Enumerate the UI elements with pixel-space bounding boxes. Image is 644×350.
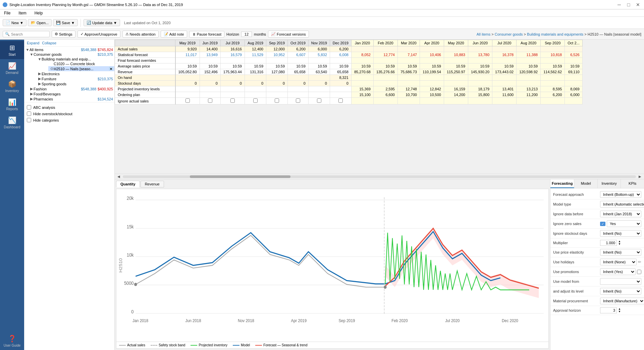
checkbox-ia-nov2019[interactable] (317, 98, 321, 103)
update-button[interactable]: 🔄 Update data ▼ (84, 19, 120, 26)
cell-ia-jun2019[interactable] (200, 98, 220, 104)
breadcrumb-all-items[interactable]: All items (477, 32, 491, 36)
checkbox-ia-may2019[interactable] (185, 98, 190, 103)
checkbox-ia-aug2019[interactable] (253, 98, 258, 103)
breadcrumb-consumer-goods[interactable]: Consumer goods (495, 32, 523, 36)
select-ignore-stockout[interactable]: Inherit (No) (600, 230, 641, 237)
edit-holidays-icon[interactable]: ✏ (638, 260, 641, 264)
tree-row-all-items[interactable]: ▼ All items $548,388 $745,824 (24, 47, 114, 52)
select-use-promotions[interactable]: Inherit (Yes) (600, 268, 636, 275)
tree-toggle-pharmacies[interactable]: ▶ (30, 97, 34, 101)
sidebar-item-reports[interactable]: 📊 Reports (0, 95, 24, 114)
abc-analysis-checkbox[interactable] (27, 105, 31, 110)
horizon-input[interactable] (241, 32, 252, 37)
hide-overstock-checkbox[interactable] (27, 112, 31, 116)
menu-item[interactable]: Item (17, 10, 28, 16)
cell-ia-oct2019[interactable] (288, 98, 309, 104)
tree-toggle-sporting[interactable]: ▶ (38, 82, 42, 86)
checkbox-ia-jun2019[interactable] (208, 98, 212, 103)
cell-ia-jul2019[interactable] (220, 98, 245, 104)
sidebar-item-demand[interactable]: 📈 Demand (0, 59, 24, 77)
select-forecast-approach[interactable]: Inherit (Bottom-up) (600, 191, 641, 198)
chart-tab-quantity[interactable]: Quantity (116, 181, 140, 187)
collapse-link[interactable]: Collapse (42, 41, 56, 45)
checkbox-ia-dec2019[interactable] (338, 98, 343, 103)
settings-button[interactable]: ⚙ Settings (52, 31, 75, 38)
approval-horizon-spinner[interactable]: ▲▼ (618, 308, 621, 313)
select-model-type[interactable]: Inherit (Automatic selection) (600, 201, 644, 208)
forecast-versions-button[interactable]: 📈 Forecast versions (268, 31, 309, 38)
select-ignore-data-before[interactable]: Inherit (Jan 2018) (600, 211, 641, 217)
cell-ia-sep2019[interactable] (266, 98, 288, 104)
breadcrumb-building-materials[interactable]: Building materials and equipments (527, 32, 583, 36)
tree-row-electronics[interactable]: ▶ Electronics (36, 71, 114, 76)
hide-overstock-checkbox-row[interactable]: Hide overstock/stockout (27, 112, 112, 116)
input-multiplier[interactable] (600, 240, 617, 246)
scroll-track[interactable] (123, 175, 636, 178)
select-use-model-from[interactable] (600, 278, 641, 285)
tree-toggle-furniture[interactable]: ▶ (38, 77, 42, 81)
tree-row-sporting[interactable]: ▶ Sporting goods (36, 81, 114, 86)
open-button[interactable]: 📂 Open... (28, 19, 52, 26)
table-area[interactable]: May 2019 Jun 2019 Jul 2019 Aug 2019 Sep … (115, 40, 644, 174)
tree-row-food[interactable]: ▶ Food/Beverages (28, 91, 114, 96)
tree-toggle-all-items[interactable]: ▼ (25, 48, 30, 52)
select-ignore-zero[interactable]: Yes (607, 220, 641, 227)
expand-link[interactable]: Expand (27, 41, 39, 45)
cell-ia-may2019[interactable] (175, 98, 200, 104)
tree-toggle-consumer[interactable]: ▼ (30, 52, 34, 56)
hide-categories-checkbox[interactable] (27, 118, 31, 122)
abc-analysis-checkbox-row[interactable]: ABC analysis (27, 105, 112, 110)
save-button[interactable]: 💾 Save ▼ (53, 19, 78, 26)
tree-row-h2510[interactable]: ⊙ H2510 — Nails [seaso... ● (48, 66, 114, 71)
chart-tab-revenue[interactable]: Revenue (141, 181, 164, 187)
select-material-procurement[interactable]: Inherit (Manufacture) (600, 298, 644, 304)
search-input[interactable] (11, 32, 48, 36)
cell-ia-nov2019[interactable] (308, 98, 330, 104)
sidebar-item-help[interactable]: ❓ User Guide (0, 332, 24, 350)
checkbox-promotions[interactable] (637, 270, 641, 274)
input-approval-horizon[interactable] (600, 307, 617, 313)
tree-row-consumer-goods[interactable]: ▼ Consumer goods $210,375 (28, 52, 114, 57)
hide-categories-checkbox-row[interactable]: Hide categories (27, 118, 112, 122)
checkbox-ia-oct2019[interactable] (296, 98, 300, 103)
cell-ia-aug2019[interactable] (245, 98, 266, 104)
sidebar-item-start[interactable]: ⊞ Start (0, 41, 24, 59)
needs-attention-button[interactable]: ⚠ Needs attention (122, 31, 159, 38)
cell-ia-dec2019[interactable] (330, 98, 351, 104)
tree-toggle-food[interactable]: ▶ (30, 92, 34, 96)
menu-help[interactable]: Help (33, 10, 44, 16)
right-tab-inventory[interactable]: Inventory (598, 179, 621, 188)
select-use-holidays[interactable]: Inherit (None) (600, 259, 637, 265)
minimize-button[interactable]: ─ (616, 2, 623, 7)
scroll-left-arrow[interactable]: ◀ (116, 175, 121, 178)
tree-row-fashion[interactable]: ▶ Fashion $548,388 $400,925 (28, 86, 114, 91)
new-button[interactable]: 📄 New ▼ (3, 19, 26, 26)
multiplier-up[interactable]: ▲▼ (618, 240, 621, 246)
tree-row-pharmacies[interactable]: ▶ Pharmacies $134,524 (28, 96, 114, 101)
right-tab-kpis[interactable]: KPIs (621, 179, 644, 188)
pause-forecast-button[interactable]: ⏸ Pause forecast (189, 31, 224, 38)
tree-toggle-electronics[interactable]: ▶ (38, 72, 42, 76)
horizontal-scrollbar[interactable]: ◀ ▶ (115, 174, 644, 179)
right-tab-model[interactable]: Model (574, 179, 598, 188)
select-adjust-level[interactable]: Inherit (No) (600, 288, 641, 295)
scroll-thumb[interactable] (190, 175, 290, 178)
close-button[interactable]: ✕ (635, 2, 641, 7)
checkbox-ia-jul2019[interactable] (230, 98, 235, 103)
maximize-button[interactable]: □ (625, 2, 632, 7)
select-price-elasticity[interactable]: Inherit (No) (600, 249, 641, 256)
tree-toggle-fashion[interactable]: ▶ (30, 87, 34, 91)
add-note-button[interactable]: 📝 Add note (161, 31, 187, 38)
tree-row-c1020[interactable]: C1020 — Concrete block (48, 61, 114, 66)
scroll-right-arrow[interactable]: ▶ (637, 175, 643, 178)
tree-toggle-building[interactable]: ▼ (38, 57, 42, 61)
menu-file[interactable]: File (3, 10, 12, 16)
sidebar-item-dashboard[interactable]: 📉 Dashboard (0, 114, 24, 132)
tree-row-building[interactable]: ▼ Building materials and equip... (36, 57, 114, 61)
right-tab-forecasting[interactable]: Forecasting (550, 179, 574, 188)
tree-row-furniture[interactable]: ▶ Furniture $210,375 (36, 76, 114, 81)
approve-button[interactable]: ✓ Approve/Unapprove (77, 31, 120, 38)
checkbox-ia-sep2019[interactable] (275, 98, 279, 103)
sidebar-item-inventory[interactable]: 📦 Inventory (0, 77, 24, 95)
